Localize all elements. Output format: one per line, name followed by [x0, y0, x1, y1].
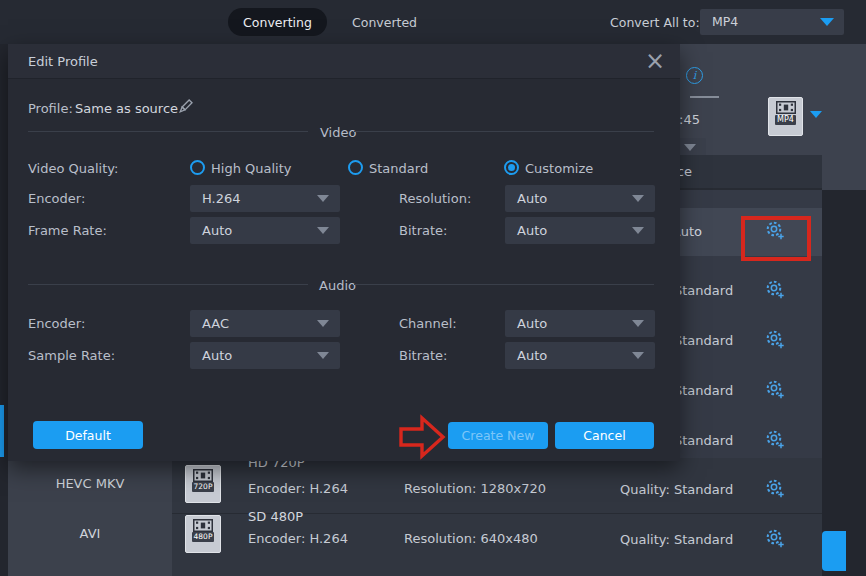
- radio-customize[interactable]: [504, 160, 519, 175]
- profile-quality: Quality: Standard: [620, 482, 733, 497]
- profile-resolution: Resolution: 1280x720: [404, 481, 546, 496]
- frame-rate-select[interactable]: Auto: [190, 217, 340, 244]
- sample-rate-label: Sample Rate:: [28, 348, 115, 363]
- profile-quality: Quality: Standard: [620, 532, 733, 547]
- video-bitrate-label: Bitrate:: [399, 223, 447, 238]
- frame-rate-value: Auto: [202, 223, 232, 238]
- chevron-down-icon: [317, 227, 329, 234]
- audio-bitrate-select[interactable]: Auto: [505, 342, 655, 369]
- tab-converting[interactable]: Converting: [228, 8, 327, 36]
- convert-all-format-select[interactable]: MP4: [700, 9, 844, 35]
- cancel-button[interactable]: Cancel: [555, 422, 654, 449]
- gear-add-icon[interactable]: [763, 328, 787, 352]
- annotation-red-arrow: [396, 412, 448, 462]
- duration-fragment: :45: [679, 112, 700, 127]
- gear-add-icon[interactable]: [763, 428, 787, 452]
- channel-label: Channel:: [399, 316, 457, 331]
- video-encoder-label: Encoder:: [28, 191, 85, 206]
- video-bitrate-value: Auto: [517, 223, 547, 238]
- top-bar: Converting Converted Convert All to: MP4: [0, 0, 866, 44]
- annotation-red-box: [741, 216, 811, 261]
- channel-value: Auto: [517, 316, 547, 331]
- edit-profile-dialog: Edit Profile × Profile: Same as source V…: [8, 44, 680, 461]
- format-badge: MP4: [775, 115, 796, 125]
- pencil-icon[interactable]: [176, 98, 194, 116]
- gear-add-icon[interactable]: [763, 278, 787, 302]
- film-icon: [776, 101, 796, 114]
- video-quality-label: Video Quality:: [28, 161, 118, 176]
- gear-add-icon[interactable]: [763, 527, 787, 551]
- section-divider: [28, 284, 308, 285]
- frame-rate-label: Frame Rate:: [28, 223, 107, 238]
- resolution-select[interactable]: Auto: [505, 185, 655, 212]
- profile-encoder: Encoder: H.264: [248, 481, 348, 496]
- convert-all-format-value: MP4: [712, 14, 738, 29]
- profile-label: Profile:: [28, 101, 73, 116]
- gear-add-icon[interactable]: [763, 477, 787, 501]
- audio-encoder-label: Encoder:: [28, 316, 85, 331]
- convert-all-button-partial[interactable]: [822, 531, 846, 571]
- radio-high-quality[interactable]: [190, 160, 205, 175]
- channel-select[interactable]: Auto: [505, 310, 655, 337]
- tab-converted[interactable]: Converted: [352, 15, 417, 30]
- sidebar-item-hevc-mkv[interactable]: HEVC MKV: [8, 458, 172, 508]
- dialog-title: Edit Profile: [28, 54, 98, 69]
- chevron-down-icon: [632, 227, 644, 234]
- video-bitrate-select[interactable]: Auto: [505, 217, 655, 244]
- main-background-strip: [822, 190, 866, 576]
- audio-encoder-select[interactable]: AAC: [190, 310, 340, 337]
- video-encoder-select[interactable]: H.264: [190, 185, 340, 212]
- sample-rate-value: Auto: [202, 348, 232, 363]
- chevron-down-icon: [317, 352, 329, 359]
- sidebar-item-avi[interactable]: AVI: [8, 508, 172, 558]
- chevron-down-icon: [632, 195, 644, 202]
- default-button[interactable]: Default: [33, 421, 143, 449]
- close-icon[interactable]: ×: [641, 46, 669, 76]
- profile-encoder: Encoder: H.264: [248, 531, 348, 546]
- audio-bitrate-value: Auto: [517, 348, 547, 363]
- profile-resolution: Resolution: 640x480: [404, 531, 538, 546]
- create-new-button[interactable]: Create New: [448, 422, 548, 449]
- radio-customize-label: Customize: [525, 161, 593, 176]
- chevron-down-icon: [317, 320, 329, 327]
- audio-bitrate-label: Bitrate:: [399, 348, 447, 363]
- radio-high-quality-label: High Quality: [211, 161, 291, 176]
- chevron-down-icon: [684, 144, 696, 151]
- section-divider: [354, 284, 654, 285]
- chevron-down-icon: [632, 352, 644, 359]
- resolution-badge: 480P: [192, 532, 215, 542]
- resolution-badge: 720P: [192, 482, 215, 492]
- film-icon: [193, 469, 213, 482]
- audio-section-title: Audio: [319, 278, 356, 293]
- chevron-down-icon: [632, 320, 644, 327]
- section-divider: [354, 131, 654, 132]
- info-icon[interactable]: i: [686, 67, 703, 84]
- resolution-label: Resolution:: [399, 191, 471, 206]
- sample-rate-select[interactable]: Auto: [190, 342, 340, 369]
- audio-encoder-value: AAC: [202, 316, 229, 331]
- chevron-down-icon: [820, 18, 834, 26]
- chevron-down-icon: [317, 195, 329, 202]
- dialog-header: Edit Profile ×: [8, 44, 680, 79]
- video-encoder-value: H.264: [202, 191, 241, 206]
- chevron-down-icon[interactable]: [810, 111, 822, 118]
- profile-name: SD 480P: [248, 509, 303, 524]
- resolution-value: Auto: [517, 191, 547, 206]
- film-icon: [193, 519, 213, 532]
- radio-standard-label: Standard: [369, 161, 428, 176]
- video-section-title: Video: [320, 125, 356, 140]
- profile-row-sd480p-icon: 480P: [185, 515, 221, 553]
- radio-standard[interactable]: [348, 160, 363, 175]
- app-window: Converting Converted Convert All to: MP4…: [0, 0, 866, 576]
- section-divider: [28, 131, 308, 132]
- gear-add-icon[interactable]: [763, 378, 787, 402]
- output-format-button[interactable]: MP4: [768, 97, 803, 136]
- sidebar-selected-indicator: [0, 405, 4, 457]
- profile-row-hd720p-icon: 720P: [185, 465, 221, 503]
- convert-all-label: Convert All to:: [610, 15, 700, 30]
- text-divider: [690, 96, 719, 98]
- profile-value: Same as source: [75, 101, 178, 116]
